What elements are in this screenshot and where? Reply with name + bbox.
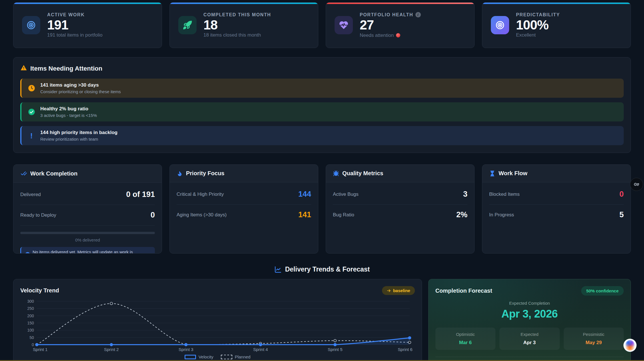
changelog-icon [633,181,640,188]
svg-text:Sprint 1: Sprint 1 [33,347,48,352]
section-heading-trends: Delivery Trends & Forecast [13,266,631,273]
metric-value: 5 [619,210,624,219]
svg-text:50: 50 [29,335,34,340]
alert-title: 144 high priority items in backlog [40,130,117,135]
svg-text:200: 200 [27,314,34,318]
kpi-card-portfolio-health: PORTFOLIO HEALTH i 27 Needs attention [326,2,475,48]
svg-text:Sprint 6: Sprint 6 [398,347,413,352]
metric-label: Active Bugs [333,192,359,197]
alert-high-priority: ! 144 high priority items in backlog Rev… [20,126,624,145]
card-title: Priority Focus [186,170,224,177]
completion-forecast-card: Completion Forecast 50% confidence Expec… [428,279,631,361]
kpi-value: 27 [360,17,421,33]
svg-text:100: 100 [27,328,34,332]
kpi-accent-bar [13,3,162,4]
card-title: Work Completion [30,170,77,177]
legend-item-planned: Planned [221,354,251,359]
alert-aging-items: 141 items aging >30 days Consider priori… [20,79,624,98]
widget-launcher-button[interactable] [630,178,643,191]
velocity-swatch [185,355,196,359]
target-icon [22,16,40,34]
metric-label: Critical & High Priority [177,192,224,197]
divider [435,357,624,357]
work-flow-card: Work Flow Blocked Items 0 In Progress 5 [482,164,631,254]
kpi-accent-bar [170,3,318,4]
exclamation-icon: ! [27,132,36,139]
scenario-optimistic: Optimistic Mar 6 [435,328,495,350]
heart-pulse-icon [335,16,353,34]
planned-swatch [221,355,232,359]
kpi-value: 191 [47,17,103,33]
hourglass-icon [489,170,495,177]
metric-value: 2% [456,210,467,219]
svg-text:Sprint 5: Sprint 5 [328,347,343,352]
check-circle-icon [27,108,36,116]
metric-value: 0 [151,211,155,220]
kpi-value: 100% [516,17,560,33]
brain-logo-art [625,340,635,350]
velocity-chart: 050100150200250300Sprint 1Sprint 2Sprint… [20,298,415,353]
alert-title: 141 items aging >30 days [40,82,121,88]
kpi-label: ACTIVE WORK [47,12,103,17]
metric-value: 3 [463,190,467,199]
card-title: Quality Metrics [342,170,383,177]
priority-focus-card: Priority Focus Critical & High Priority … [169,164,318,254]
trends-title: Delivery Trends & Forecast [285,266,370,273]
clock-icon [27,84,36,92]
velocity-title: Velocity Trend [20,287,59,294]
metric-label: Bug Ratio [333,212,354,218]
kpi-subtitle: Excellent [516,32,560,38]
status-dot [396,33,400,37]
bug-icon [333,170,339,177]
kpi-subtitle: 191 total items in portfolio [47,32,103,38]
metric-label: Ready to Deploy [20,212,56,218]
brain-logo[interactable] [623,339,637,352]
velocity-trend-card: Velocity Trend baseline 0501001502002503… [13,279,422,361]
metric-label: Blocked Items [489,192,520,197]
arrow-right-icon [387,288,391,293]
svg-text:250: 250 [27,306,34,311]
info-icon: i [25,252,30,254]
svg-text:300: 300 [27,299,34,304]
kpi-row: ACTIVE WORK 191 191 total items in portf… [13,2,631,48]
kpi-subtitle: 18 items closed this month [203,32,271,38]
kpi-card-predictability: PREDICTABILITY 100% Excellent [482,2,631,48]
progress-label: 0% delivered [20,238,155,242]
info-icon[interactable]: i [415,12,421,17]
note-text: No items delivered yet. Metrics will upd… [33,250,151,254]
metric-value: 144 [298,190,311,199]
target-icon [491,16,509,34]
metric-label: Aging Items (>30 days) [177,212,227,218]
kpi-label: COMPLETED THIS MONTH [203,12,271,17]
expected-completion-date: Apr 3, 2026 [435,308,624,320]
delivery-progress-bar [20,232,155,234]
metric-row: Work Completion Delivered 0 of 191 Ready… [13,164,631,254]
scenario-pessimistic: Pessimistic May 29 [564,328,624,350]
svg-text:150: 150 [27,321,34,325]
baseline-badge: baseline [382,286,415,295]
work-completion-card: Work Completion Delivered 0 of 191 Ready… [13,164,162,254]
svg-text:Sprint 3: Sprint 3 [179,347,193,352]
metric-label: In Progress [489,212,514,218]
confidence-badge: 50% confidence [581,286,624,296]
dashboard-page: ACTIVE WORK 191 191 total items in portf… [0,0,644,361]
kpi-label: PREDICTABILITY [516,12,560,17]
metric-value: 0 [619,190,624,199]
kpi-accent-bar [326,3,474,4]
card-title: Work Flow [499,170,527,177]
kpi-accent-bar [482,3,631,4]
legend-item-velocity: Velocity [185,354,213,359]
attention-panel: Items Needing Attention 141 items aging … [13,57,631,153]
delivery-note: i No items delivered yet. Metrics will u… [20,247,155,254]
double-check-icon [20,170,27,177]
svg-text:0: 0 [32,342,34,347]
rocket-icon [178,16,197,34]
forecast-title: Completion Forecast [435,288,492,294]
metric-value: 141 [298,210,311,219]
chart-legend: Velocity Planned [20,354,415,359]
alert-bug-ratio: Healthy 2% bug ratio 3 active bugs - tar… [20,102,624,121]
quality-metrics-card: Quality Metrics Active Bugs 3 Bug Ratio … [326,164,475,254]
kpi-card-completed: COMPLETED THIS MONTH 18 18 items closed … [169,2,318,48]
attention-title: Items Needing Attention [30,65,102,72]
bottom-row: Velocity Trend baseline 0501001502002503… [13,279,631,361]
